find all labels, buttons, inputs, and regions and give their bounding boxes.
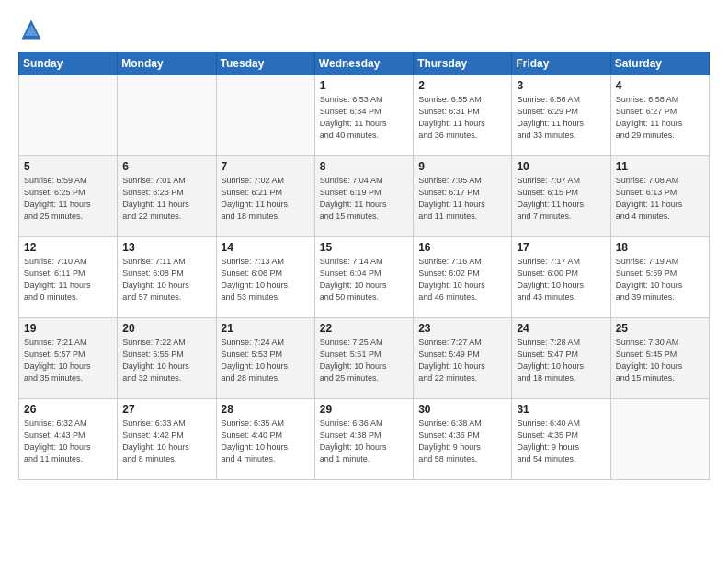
day-number: 18	[616, 241, 704, 254]
weekday-wednesday: Wednesday	[314, 52, 413, 75]
weekday-friday: Friday	[512, 52, 610, 75]
weekday-sunday: Sunday	[19, 52, 118, 75]
calendar-cell	[610, 399, 709, 480]
calendar-cell: 26Sunrise: 6:32 AM Sunset: 4:43 PM Dayli…	[19, 399, 118, 480]
calendar-cell: 5Sunrise: 6:59 AM Sunset: 6:25 PM Daylig…	[19, 156, 118, 237]
day-number: 1	[320, 79, 408, 92]
day-info: Sunrise: 6:40 AM Sunset: 4:35 PM Dayligh…	[517, 418, 605, 465]
weekday-thursday: Thursday	[414, 52, 512, 75]
day-info: Sunrise: 6:55 AM Sunset: 6:31 PM Dayligh…	[418, 94, 506, 142]
calendar-cell: 28Sunrise: 6:35 AM Sunset: 4:40 PM Dayli…	[216, 399, 314, 480]
calendar-cell: 17Sunrise: 7:17 AM Sunset: 6:00 PM Dayli…	[512, 237, 610, 318]
calendar-cell: 29Sunrise: 6:36 AM Sunset: 4:38 PM Dayli…	[314, 399, 413, 480]
day-number: 30	[418, 403, 506, 416]
day-number: 12	[24, 241, 112, 254]
day-number: 13	[122, 241, 210, 254]
day-number: 20	[122, 322, 210, 335]
calendar-cell: 27Sunrise: 6:33 AM Sunset: 4:42 PM Dayli…	[118, 399, 216, 480]
day-number: 7	[222, 160, 310, 173]
day-info: Sunrise: 7:16 AM Sunset: 6:02 PM Dayligh…	[418, 256, 506, 304]
day-info: Sunrise: 7:10 AM Sunset: 6:11 PM Dayligh…	[24, 256, 112, 304]
day-info: Sunrise: 6:59 AM Sunset: 6:25 PM Dayligh…	[24, 175, 112, 223]
day-info: Sunrise: 7:28 AM Sunset: 5:47 PM Dayligh…	[517, 337, 605, 385]
day-info: Sunrise: 6:53 AM Sunset: 6:34 PM Dayligh…	[320, 94, 408, 142]
day-number: 29	[320, 403, 408, 416]
day-number: 23	[418, 322, 506, 335]
calendar-cell: 1Sunrise: 6:53 AM Sunset: 6:34 PM Daylig…	[314, 75, 413, 156]
calendar-cell: 13Sunrise: 7:11 AM Sunset: 6:08 PM Dayli…	[118, 237, 216, 318]
day-info: Sunrise: 7:25 AM Sunset: 5:51 PM Dayligh…	[320, 337, 408, 385]
day-info: Sunrise: 7:02 AM Sunset: 6:21 PM Dayligh…	[222, 175, 310, 223]
calendar-cell: 4Sunrise: 6:58 AM Sunset: 6:27 PM Daylig…	[610, 75, 709, 156]
day-info: Sunrise: 7:11 AM Sunset: 6:08 PM Dayligh…	[122, 256, 210, 304]
calendar-cell: 14Sunrise: 7:13 AM Sunset: 6:06 PM Dayli…	[216, 237, 314, 318]
day-number: 16	[418, 241, 506, 254]
calendar-week-row: 19Sunrise: 7:21 AM Sunset: 5:57 PM Dayli…	[19, 318, 710, 399]
calendar-cell	[118, 75, 216, 156]
day-number: 10	[517, 160, 605, 173]
day-info: Sunrise: 6:36 AM Sunset: 4:38 PM Dayligh…	[320, 418, 408, 465]
day-number: 6	[122, 160, 210, 173]
day-info: Sunrise: 7:14 AM Sunset: 6:04 PM Dayligh…	[320, 256, 408, 304]
calendar-cell: 20Sunrise: 7:22 AM Sunset: 5:55 PM Dayli…	[118, 318, 216, 399]
calendar-cell: 2Sunrise: 6:55 AM Sunset: 6:31 PM Daylig…	[414, 75, 512, 156]
day-info: Sunrise: 6:38 AM Sunset: 4:36 PM Dayligh…	[418, 418, 506, 465]
day-number: 15	[320, 241, 408, 254]
calendar-cell: 12Sunrise: 7:10 AM Sunset: 6:11 PM Dayli…	[19, 237, 118, 318]
calendar-cell: 15Sunrise: 7:14 AM Sunset: 6:04 PM Dayli…	[314, 237, 413, 318]
day-info: Sunrise: 7:21 AM Sunset: 5:57 PM Dayligh…	[24, 337, 112, 385]
calendar-cell: 16Sunrise: 7:16 AM Sunset: 6:02 PM Dayli…	[414, 237, 512, 318]
day-number: 31	[517, 403, 605, 416]
day-number: 28	[222, 403, 310, 416]
logo	[18, 17, 48, 42]
day-info: Sunrise: 7:27 AM Sunset: 5:49 PM Dayligh…	[418, 337, 506, 385]
logo-icon	[18, 17, 44, 42]
day-number: 4	[616, 79, 704, 92]
day-info: Sunrise: 7:24 AM Sunset: 5:53 PM Dayligh…	[222, 337, 310, 385]
calendar-week-row: 26Sunrise: 6:32 AM Sunset: 4:43 PM Dayli…	[19, 399, 710, 480]
calendar-week-row: 5Sunrise: 6:59 AM Sunset: 6:25 PM Daylig…	[19, 156, 710, 237]
day-number: 14	[222, 241, 310, 254]
weekday-saturday: Saturday	[610, 52, 709, 75]
day-number: 8	[320, 160, 408, 173]
day-number: 2	[418, 79, 506, 92]
calendar-cell: 21Sunrise: 7:24 AM Sunset: 5:53 PM Dayli…	[216, 318, 314, 399]
calendar-cell: 30Sunrise: 6:38 AM Sunset: 4:36 PM Dayli…	[414, 399, 512, 480]
day-number: 22	[320, 322, 408, 335]
calendar-cell: 9Sunrise: 7:05 AM Sunset: 6:17 PM Daylig…	[414, 156, 512, 237]
day-number: 5	[24, 160, 112, 173]
calendar: SundayMondayTuesdayWednesdayThursdayFrid…	[18, 52, 710, 480]
calendar-cell: 8Sunrise: 7:04 AM Sunset: 6:19 PM Daylig…	[314, 156, 413, 237]
day-number: 9	[418, 160, 506, 173]
day-number: 11	[616, 160, 704, 173]
calendar-cell	[216, 75, 314, 156]
day-info: Sunrise: 7:08 AM Sunset: 6:13 PM Dayligh…	[616, 175, 704, 223]
day-number: 19	[24, 322, 112, 335]
calendar-cell: 31Sunrise: 6:40 AM Sunset: 4:35 PM Dayli…	[512, 399, 610, 480]
calendar-cell: 7Sunrise: 7:02 AM Sunset: 6:21 PM Daylig…	[216, 156, 314, 237]
calendar-cell: 25Sunrise: 7:30 AM Sunset: 5:45 PM Dayli…	[610, 318, 709, 399]
calendar-cell: 24Sunrise: 7:28 AM Sunset: 5:47 PM Dayli…	[512, 318, 610, 399]
calendar-cell: 11Sunrise: 7:08 AM Sunset: 6:13 PM Dayli…	[610, 156, 709, 237]
day-info: Sunrise: 6:56 AM Sunset: 6:29 PM Dayligh…	[517, 94, 605, 142]
calendar-cell: 18Sunrise: 7:19 AM Sunset: 5:59 PM Dayli…	[610, 237, 709, 318]
calendar-cell: 10Sunrise: 7:07 AM Sunset: 6:15 PM Dayli…	[512, 156, 610, 237]
weekday-header-row: SundayMondayTuesdayWednesdayThursdayFrid…	[19, 52, 710, 75]
day-number: 17	[517, 241, 605, 254]
header	[18, 17, 710, 42]
day-info: Sunrise: 6:35 AM Sunset: 4:40 PM Dayligh…	[222, 418, 310, 465]
day-info: Sunrise: 6:32 AM Sunset: 4:43 PM Dayligh…	[24, 418, 112, 465]
day-number: 25	[616, 322, 704, 335]
day-info: Sunrise: 7:05 AM Sunset: 6:17 PM Dayligh…	[418, 175, 506, 223]
day-info: Sunrise: 7:07 AM Sunset: 6:15 PM Dayligh…	[517, 175, 605, 223]
calendar-week-row: 12Sunrise: 7:10 AM Sunset: 6:11 PM Dayli…	[19, 237, 710, 318]
day-info: Sunrise: 7:04 AM Sunset: 6:19 PM Dayligh…	[320, 175, 408, 223]
calendar-cell: 19Sunrise: 7:21 AM Sunset: 5:57 PM Dayli…	[19, 318, 118, 399]
day-number: 26	[24, 403, 112, 416]
calendar-cell: 3Sunrise: 6:56 AM Sunset: 6:29 PM Daylig…	[512, 75, 610, 156]
calendar-cell: 6Sunrise: 7:01 AM Sunset: 6:23 PM Daylig…	[118, 156, 216, 237]
day-info: Sunrise: 7:30 AM Sunset: 5:45 PM Dayligh…	[616, 337, 704, 385]
calendar-week-row: 1Sunrise: 6:53 AM Sunset: 6:34 PM Daylig…	[19, 75, 710, 156]
weekday-tuesday: Tuesday	[216, 52, 314, 75]
day-number: 27	[122, 403, 210, 416]
